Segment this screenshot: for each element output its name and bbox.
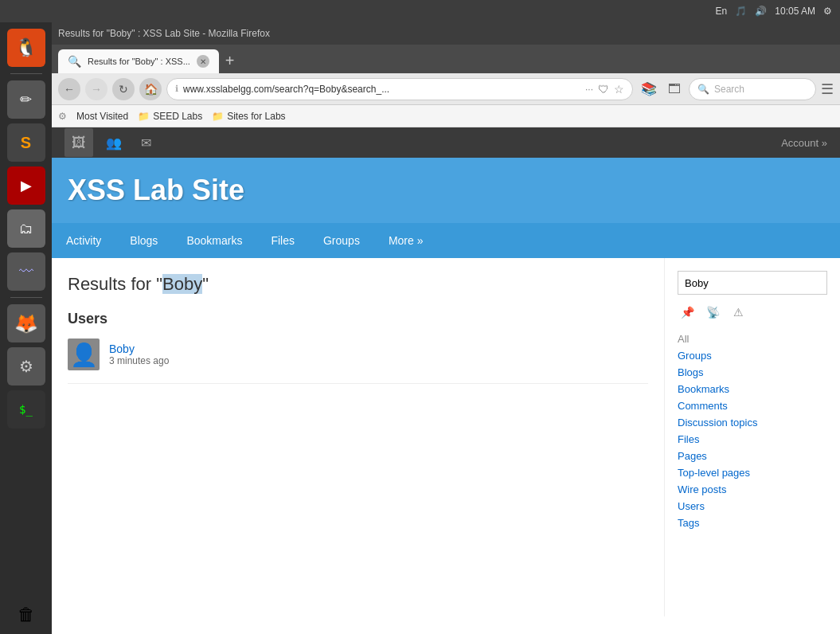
wireshark-icon[interactable]: 〰 <box>7 252 45 291</box>
site-header-banner: XSS Lab Site <box>52 158 840 223</box>
nav-blogs[interactable]: Blogs <box>115 223 172 258</box>
sidebar-search-input[interactable] <box>678 271 827 295</box>
terminal-icon[interactable]: $_ <box>7 390 45 429</box>
tab-favicon: 🔍 <box>68 55 81 68</box>
text-editor-icon[interactable]: ✏ <box>7 80 45 119</box>
pin-filter-icon[interactable]: 📌 <box>678 303 697 322</box>
account-button[interactable]: Account » <box>781 137 827 149</box>
main-area: Results for "Boby" Users 👤 Boby 3 minute… <box>52 258 840 616</box>
nav-files[interactable]: Files <box>256 223 309 258</box>
alert-filter-icon[interactable]: ⚠ <box>729 303 748 322</box>
sidebar-divider-2 <box>10 297 42 298</box>
filter-link-bookmarks[interactable]: Bookmarks <box>678 382 827 397</box>
sidebar-right: 📌 📡 ⚠ All Groups Blogs Bookmarks Comment… <box>665 258 840 616</box>
search-query-highlight: Boby <box>162 274 202 294</box>
site-title: XSS Lab Site <box>68 174 244 207</box>
logo-icon[interactable]: 🖼 <box>64 128 93 157</box>
user-avatar: 👤 <box>68 339 100 370</box>
filter-link-top-level-pages[interactable]: Top-level pages <box>678 465 827 480</box>
user-list-item: 👤 Boby 3 minutes ago <box>68 339 648 384</box>
nav-more[interactable]: More » <box>374 223 438 258</box>
mail-icon[interactable]: ✉ <box>135 131 157 154</box>
tab-label: Results for "Boby" : XSS... <box>88 57 190 66</box>
sublime-icon[interactable]: S <box>7 123 45 162</box>
nav-groups[interactable]: Groups <box>309 223 374 258</box>
synced-tabs-icon[interactable]: 🗔 <box>665 80 684 98</box>
folder-icon: 📁 <box>138 111 150 122</box>
new-tab-button[interactable]: + <box>219 52 241 70</box>
folder-icon-2: 📁 <box>212 111 224 122</box>
seed-labs-link[interactable]: 📁 SEED Labs <box>138 111 202 122</box>
library-icon[interactable]: 📚 <box>638 80 660 98</box>
trash-icon[interactable]: 🗑 <box>7 596 45 634</box>
browser-title: Results for "Boby" : XSS Lab Site - Mozi… <box>58 28 270 39</box>
filter-link-all[interactable]: All <box>678 331 827 346</box>
user-meta: 3 minutes ago <box>109 355 169 366</box>
filter-link-blogs[interactable]: Blogs <box>678 365 827 380</box>
browser-search-box[interactable]: 🔍 Search <box>689 78 816 100</box>
filter-link-discussion-topics[interactable]: Discussion topics <box>678 415 827 430</box>
site-nav: Activity Blogs Bookmarks Files Groups Mo… <box>52 223 840 258</box>
os-sidebar: 🐧 ✏ S ▶ 🗂 〰 🦊 ⚙ $_ 🗑 <box>0 22 52 634</box>
forward-button[interactable]: → <box>85 78 107 100</box>
bookmarks-bar: ⚙ Most Visited 📁 SEED Labs 📁 Sites for L… <box>52 105 840 127</box>
nav-extra-icons: 📚 🗔 <box>638 80 684 98</box>
bluetooth-icon: 🎵 <box>735 6 747 17</box>
os-topbar: En 🎵 🔊 10:05 AM ⚙ <box>0 0 840 22</box>
power-icon: ⚙ <box>823 6 832 17</box>
filter-link-users[interactable]: Users <box>678 499 827 514</box>
gear-settings-icon: ⚙ <box>58 111 67 122</box>
ellipsis-icon: ··· <box>585 84 593 95</box>
page-content: 🖼 👥 ✉ Account » XSS Lab Site Activity Bl… <box>52 127 840 634</box>
user-info: Boby 3 minutes ago <box>109 342 169 366</box>
sites-for-labs-link[interactable]: 📁 Sites for Labs <box>212 111 285 122</box>
nav-activity[interactable]: Activity <box>52 223 115 258</box>
results-heading: Results for "Boby" <box>68 274 648 295</box>
header-icons-group: 🖼 👥 ✉ <box>64 128 157 157</box>
filter-link-pages[interactable]: Pages <box>678 448 827 464</box>
home-button[interactable]: 🏠 <box>139 78 162 100</box>
ubuntu-icon[interactable]: 🐧 <box>7 29 45 67</box>
files-icon[interactable]: 🗂 <box>7 209 45 248</box>
reload-button[interactable]: ↻ <box>112 78 135 100</box>
browser-tabs-bar: 🔍 Results for "Boby" : XSS... ✕ + <box>52 45 840 73</box>
browser-titlebar: Results for "Boby" : XSS Lab Site - Mozi… <box>52 22 840 45</box>
address-bar[interactable]: ℹ www.xsslabelgg.com/search?q=Boby&searc… <box>166 78 633 100</box>
filter-link-groups[interactable]: Groups <box>678 348 827 363</box>
browser-tab-active[interactable]: 🔍 Results for "Boby" : XSS... ✕ <box>58 49 219 73</box>
tab-close-button[interactable]: ✕ <box>197 55 209 68</box>
users-section-title: Users <box>68 311 648 327</box>
nav-bookmarks[interactable]: Bookmarks <box>172 223 256 258</box>
clock: 10:05 AM <box>775 6 815 17</box>
user-name-link[interactable]: Boby <box>109 342 169 355</box>
browser-navbar: ← → ↻ 🏠 ℹ www.xsslabelgg.com/search?q=Bo… <box>52 73 840 105</box>
secure-icon: ℹ <box>175 84 178 94</box>
keyboard-layout: En <box>716 6 728 17</box>
rss-filter-icon[interactable]: 📡 <box>703 303 722 322</box>
hamburger-menu-button[interactable]: ☰ <box>821 80 834 98</box>
settings-icon[interactable]: ⚙ <box>7 347 45 385</box>
avatar-image: 👤 <box>70 342 98 368</box>
main-content: Results for "Boby" Users 👤 Boby 3 minute… <box>52 258 665 616</box>
sidebar-filter-icons: 📌 📡 ⚠ <box>678 303 827 322</box>
filter-link-files[interactable]: Files <box>678 432 827 447</box>
search-magnifier-icon: 🔍 <box>697 84 709 95</box>
sidebar-divider <box>10 73 42 74</box>
volume-icon: 🔊 <box>755 6 767 17</box>
sidebar-links-group: All Groups Blogs Bookmarks Comments Disc… <box>678 331 827 530</box>
shield-icon: 🛡 <box>598 83 609 96</box>
site-header-top-bar: 🖼 👥 ✉ Account » <box>52 127 840 158</box>
users-icon[interactable]: 👥 <box>103 131 125 154</box>
bookmark-star-icon[interactable]: ☆ <box>614 83 624 96</box>
search-box-text: Search <box>714 84 744 95</box>
most-visited-link[interactable]: Most Visited <box>76 111 128 122</box>
back-button[interactable]: ← <box>58 78 80 100</box>
terminal-red-icon[interactable]: ▶ <box>7 166 45 205</box>
firefox-icon[interactable]: 🦊 <box>7 304 45 342</box>
filter-link-comments[interactable]: Comments <box>678 398 827 413</box>
filter-link-wire-posts[interactable]: Wire posts <box>678 482 827 497</box>
address-bar-text: www.xsslabelgg.com/search?q=Boby&search_… <box>183 84 580 95</box>
filter-link-tags[interactable]: Tags <box>678 515 827 530</box>
